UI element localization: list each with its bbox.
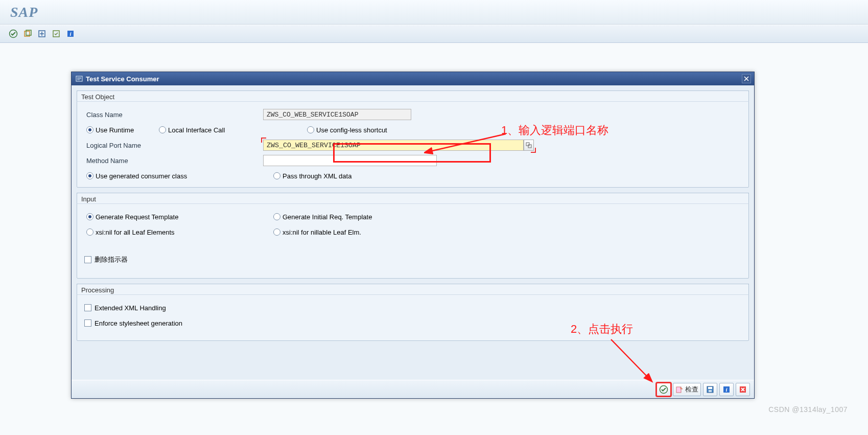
class-name-value: ZWS_CO_WEB_SERVICE1SOAP <box>263 109 411 120</box>
radio-gen-initial-label: Generate Initial Req. Template <box>283 213 372 221</box>
svg-rect-14 <box>709 390 712 392</box>
test-service-consumer-dialog: Test Service Consumer Test Object Class … <box>71 72 755 399</box>
checkbox-ext-xml-label: Extended XML Handling <box>95 304 166 312</box>
check-button[interactable]: 检查 <box>673 383 701 396</box>
logical-port-input[interactable] <box>263 140 524 151</box>
checkbox-delete-indicator[interactable]: 删除指示器 <box>84 255 128 264</box>
group-test-object: Test Object Class Name ZWS_CO_WEB_SERVIC… <box>77 90 749 188</box>
toolbar-icon-4[interactable] <box>50 28 62 40</box>
info-button[interactable]: i <box>719 383 734 396</box>
group-processing-title: Processing <box>77 284 749 295</box>
method-name-label: Method Name <box>84 157 263 165</box>
app-title-bar: SAP <box>0 0 868 25</box>
dialog-title-text: Test Service Consumer <box>86 75 159 83</box>
radio-xsinil-nillable[interactable]: xsi:nil for nillable Leaf Elm. <box>273 228 361 236</box>
dialog-footer: 检查 i <box>72 380 754 398</box>
dialog-close-button[interactable] <box>742 74 751 83</box>
radio-dot-icon <box>86 213 93 220</box>
main-toolbar: i <box>0 25 868 43</box>
check-button-label: 检查 <box>685 385 698 394</box>
radio-xsinil-all[interactable]: xsi:nil for all Leaf Elements <box>86 228 273 236</box>
class-name-label: Class Name <box>84 111 263 119</box>
radio-dot-icon <box>307 126 314 133</box>
svg-rect-13 <box>708 387 712 389</box>
radio-dot-icon <box>273 172 280 179</box>
checkbox-enforce-style-label: Enforce stylesheet generation <box>95 319 182 327</box>
dialog-title-icon <box>75 74 84 83</box>
radio-dot-icon <box>159 126 166 133</box>
svg-rect-8 <box>526 143 529 146</box>
group-processing: Processing Extended XML Handling Enforce… <box>77 284 749 341</box>
radio-use-runtime[interactable]: Use Runtime <box>86 126 159 134</box>
radio-dot-icon <box>86 172 93 179</box>
radio-gen-initial[interactable]: Generate Initial Req. Template <box>273 213 372 221</box>
toolbar-icon-3[interactable] <box>36 28 48 40</box>
toolbar-icon-2[interactable] <box>21 28 34 40</box>
radio-use-generated-label: Use generated consumer class <box>96 172 187 180</box>
execute-icon[interactable] <box>7 28 19 40</box>
radio-dot-icon <box>273 213 280 220</box>
dialog-title-bar: Test Service Consumer <box>72 72 754 85</box>
checkbox-ext-xml[interactable]: Extended XML Handling <box>84 304 166 312</box>
checkbox-box-icon <box>84 256 91 263</box>
highlight-corner-icon <box>261 138 266 143</box>
radio-use-generated[interactable]: Use generated consumer class <box>86 172 273 180</box>
group-input: Input Generate Request Template Generate… <box>77 193 749 279</box>
radio-config-less[interactable]: Use config-less shortcut <box>307 126 440 134</box>
radio-gen-request[interactable]: Generate Request Template <box>86 213 273 221</box>
radio-use-runtime-label: Use Runtime <box>96 126 134 134</box>
radio-local-interface[interactable]: Local Interface Call <box>159 126 307 134</box>
radio-xsinil-nillable-label: xsi:nil for nillable Leaf Elm. <box>283 228 361 236</box>
checkbox-enforce-style[interactable]: Enforce stylesheet generation <box>84 319 182 327</box>
execute-button[interactable] <box>656 383 671 396</box>
checkbox-box-icon <box>84 319 91 327</box>
radio-local-interface-label: Local Interface Call <box>168 126 225 134</box>
radio-config-less-label: Use config-less shortcut <box>316 126 387 134</box>
info-icon[interactable]: i <box>64 28 77 40</box>
cancel-button[interactable] <box>736 383 750 396</box>
method-name-input[interactable] <box>263 155 437 166</box>
radio-pass-through-label: Pass through XML data <box>283 172 351 180</box>
radio-xsinil-all-label: xsi:nil for all Leaf Elements <box>96 228 175 236</box>
checkbox-delete-indicator-label: 删除指示器 <box>95 255 128 264</box>
group-input-title: Input <box>77 193 749 204</box>
dialog-body: Test Object Class Name ZWS_CO_WEB_SERVIC… <box>72 85 754 380</box>
radio-dot-icon <box>273 228 280 236</box>
radio-dot-icon <box>86 126 93 133</box>
save-button[interactable] <box>703 383 717 396</box>
radio-dot-icon <box>86 228 93 236</box>
radio-pass-through[interactable]: Pass through XML data <box>273 172 351 180</box>
checkbox-box-icon <box>84 304 91 311</box>
logical-port-label: Logical Port Name <box>84 142 263 149</box>
sap-logo: SAP <box>10 4 38 20</box>
highlight-corner-icon <box>531 148 536 153</box>
group-test-object-title: Test Object <box>77 90 749 102</box>
radio-gen-request-label: Generate Request Template <box>96 213 178 221</box>
